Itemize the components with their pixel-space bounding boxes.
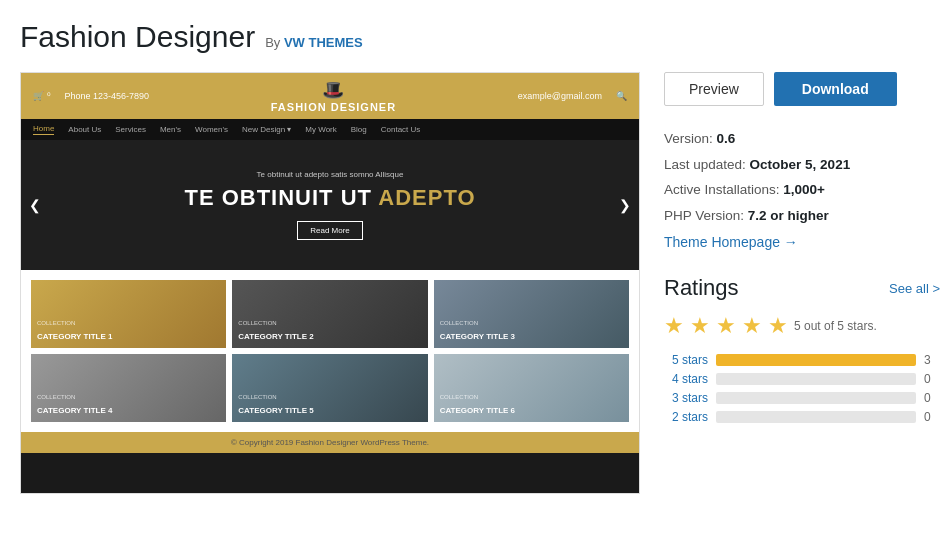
bar-count-3: 0 xyxy=(924,391,940,405)
sidebar: Preview Download Version: 0.6 Last updat… xyxy=(664,72,940,494)
cat-label-2: collection CATEGORY TITLE 2 xyxy=(238,320,313,342)
bar-fill-5 xyxy=(716,354,916,366)
hero-next-arrow[interactable]: ❯ xyxy=(619,197,631,213)
theme-categories-grid: collection CATEGORY TITLE 1 collection C… xyxy=(21,270,639,432)
nav-contact: Contact Us xyxy=(381,125,421,134)
bar-row-3: 3 stars 0 xyxy=(664,391,940,405)
category-item-3: collection CATEGORY TITLE 3 xyxy=(434,280,629,348)
category-item-5: collection CATEGORY TITLE 5 xyxy=(232,354,427,422)
theme-preview-container: 🛒 ⁰ Phone 123-456-7890 🎩 FASHION DESIGNE… xyxy=(20,72,640,494)
logo-icon: 🎩 xyxy=(271,79,396,101)
updated-row: Last updated: October 5, 2021 xyxy=(664,152,940,178)
bar-track-2 xyxy=(716,411,916,423)
star-1: ★ xyxy=(664,313,684,339)
preview-button[interactable]: Preview xyxy=(664,72,764,106)
ratings-title: Ratings xyxy=(664,275,739,301)
ratings-section: Ratings See all > ★ ★ ★ ★ ★ 5 out of 5 s… xyxy=(664,275,940,424)
by-author: By VW THEMES xyxy=(265,35,363,50)
cat-label-3: collection CATEGORY TITLE 3 xyxy=(440,320,515,342)
cat-label-6: collection CATEGORY TITLE 6 xyxy=(440,394,515,416)
nav-mens: Men's xyxy=(160,125,181,134)
theme-top-bar: 🛒 ⁰ Phone 123-456-7890 🎩 FASHION DESIGNE… xyxy=(21,73,639,119)
nav-about: About Us xyxy=(68,125,101,134)
bar-label-3: 3 stars xyxy=(664,391,708,405)
category-item-4: collection CATEGORY TITLE 4 xyxy=(31,354,226,422)
theme-screenshot: 🛒 ⁰ Phone 123-456-7890 🎩 FASHION DESIGNE… xyxy=(21,73,639,493)
bar-row-2: 2 stars 0 xyxy=(664,410,940,424)
star-3: ★ xyxy=(716,313,736,339)
nav-services: Services xyxy=(115,125,146,134)
bar-count-4: 0 xyxy=(924,372,940,386)
theme-nav: Home About Us Services Men's Women's New… xyxy=(21,119,639,140)
star-4: ★ xyxy=(742,313,762,339)
rating-bars: 5 stars 3 4 stars 0 3 stars xyxy=(664,353,940,424)
action-buttons: Preview Download xyxy=(664,72,940,106)
category-item-6: collection CATEGORY TITLE 6 xyxy=(434,354,629,422)
author-link[interactable]: VW THEMES xyxy=(284,35,363,50)
hero-prev-arrow[interactable]: ❮ xyxy=(29,197,41,213)
search-icon: 🔍 xyxy=(616,91,627,101)
cat-label-5: collection CATEGORY TITLE 5 xyxy=(238,394,313,416)
star-5: ★ xyxy=(768,313,788,339)
hero-read-more-btn[interactable]: Read More xyxy=(297,221,363,240)
cat-label-1: collection CATEGORY TITLE 1 xyxy=(37,320,112,342)
nav-womens: Women's xyxy=(195,125,228,134)
stars-display: ★ ★ ★ ★ ★ 5 out of 5 stars. xyxy=(664,313,940,339)
page-header: Fashion Designer By VW THEMES xyxy=(20,20,922,54)
hero-subtitle: Te obtinuit ut adepto satis somno Allisq… xyxy=(257,170,404,179)
page-title: Fashion Designer xyxy=(20,20,255,54)
bar-count-2: 0 xyxy=(924,410,940,424)
main-content: 🛒 ⁰ Phone 123-456-7890 🎩 FASHION DESIGNE… xyxy=(20,72,922,494)
bar-count-5: 3 xyxy=(924,353,940,367)
ratings-header: Ratings See all > xyxy=(664,275,940,301)
homepage-row: Theme Homepage → xyxy=(664,229,940,256)
bar-track-5 xyxy=(716,354,916,366)
theme-footer: © Copyright 2019 Fashion Designer WordPr… xyxy=(21,432,639,453)
theme-logo: 🎩 FASHION DESIGNER xyxy=(271,79,396,113)
nav-blog: Blog xyxy=(351,125,367,134)
see-all-link[interactable]: See all > xyxy=(889,281,940,296)
hero-title: TE OBTINUIT UT ADEPTO xyxy=(184,185,475,211)
theme-header-left: 🛒 ⁰ Phone 123-456-7890 xyxy=(33,91,149,101)
bar-label-2: 2 stars xyxy=(664,410,708,424)
bar-track-3 xyxy=(716,392,916,404)
cart-icon: 🛒 ⁰ xyxy=(33,91,51,101)
meta-info: Version: 0.6 Last updated: October 5, 20… xyxy=(664,126,940,255)
theme-homepage-link[interactable]: Theme Homepage → xyxy=(664,234,798,250)
nav-mywork: My Work xyxy=(305,125,336,134)
phone-info: Phone 123-456-7890 xyxy=(65,91,150,101)
bar-label-4: 4 stars xyxy=(664,372,708,386)
theme-hero: ❮ Te obtinuit ut adepto satis somno Alli… xyxy=(21,140,639,270)
bar-label-5: 5 stars xyxy=(664,353,708,367)
version-row: Version: 0.6 xyxy=(664,126,940,152)
category-item-2: collection CATEGORY TITLE 2 xyxy=(232,280,427,348)
bar-track-4 xyxy=(716,373,916,385)
nav-home: Home xyxy=(33,124,54,135)
category-item-1: collection CATEGORY TITLE 1 xyxy=(31,280,226,348)
cat-label-4: collection CATEGORY TITLE 4 xyxy=(37,394,112,416)
star-2: ★ xyxy=(690,313,710,339)
bar-row-5: 5 stars 3 xyxy=(664,353,940,367)
download-button[interactable]: Download xyxy=(774,72,897,106)
theme-header-right: example@gmail.com 🔍 xyxy=(518,91,627,101)
installs-row: Active Installations: 1,000+ xyxy=(664,177,940,203)
mail-info: example@gmail.com xyxy=(518,91,602,101)
php-row: PHP Version: 7.2 or higher xyxy=(664,203,940,229)
rating-text: 5 out of 5 stars. xyxy=(794,319,877,333)
nav-new-design: New Design ▾ xyxy=(242,125,291,134)
bar-row-4: 4 stars 0 xyxy=(664,372,940,386)
